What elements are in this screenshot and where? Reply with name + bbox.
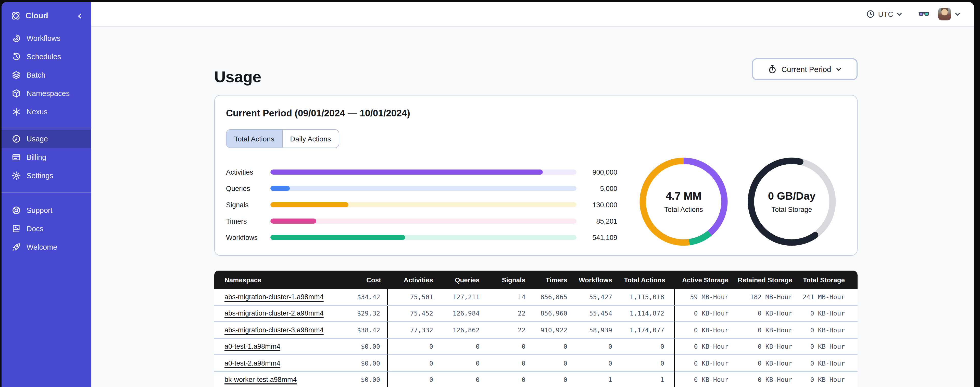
cell-active_storage: 0 KB-Hour [675,305,729,322]
cell-retained_storage: 182 MB-Hour [729,289,792,305]
cell-workflows: 55,427 [567,289,612,305]
bar-value: 5,000 [576,185,617,192]
total-actions-donut: 4.7 MM Total Actions [639,157,729,246]
table-header-row: NamespaceCostActivitiesQueriesSignalsTim… [214,270,858,289]
period-selector-button[interactable]: Current Period [752,58,858,80]
bar-fill [270,235,405,240]
page-title: Usage [214,67,261,87]
namespace-link[interactable]: abs-migration-cluster-2.a98mm4 [224,310,324,317]
feedback-glasses-icon[interactable] [918,10,930,19]
sidebar-item-label: Welcome [27,243,57,251]
cell-signals: 22 [480,305,525,322]
cell-active_storage: 59 MB-Hour [675,289,729,305]
sidebar-collapse-button[interactable] [76,7,83,24]
bar-label: Timers [226,217,270,225]
cell-workflows: 0 [567,355,612,372]
sidebar-item-settings[interactable]: Settings [2,166,91,185]
sidebar-item-label: Schedules [27,53,61,61]
docs-icon [12,224,21,233]
sidebar-item-namespaces[interactable]: Namespaces [2,84,91,102]
clock-icon [866,10,875,18]
bar-fill [270,186,290,191]
sidebar-item-label: Support [27,206,52,214]
temporal-logo-icon [11,11,21,21]
table-row: a0-test-2.a98mm4$0.000000000 KB-Hour0 KB… [214,355,858,372]
bar-track [270,202,576,207]
bar-fill [270,219,316,224]
sidebar-item-nexus[interactable]: Nexus [2,102,91,121]
tab-total-actions[interactable]: Total Actions [226,130,282,147]
sidebar-item-docs[interactable]: Docs [2,219,91,238]
cell-cost: $0.00 [357,339,388,355]
cell-retained_storage: 0 KB-Hour [729,339,792,355]
cell-queries: 126,984 [433,305,480,322]
sidebar-item-support[interactable]: Support [2,201,91,219]
sidebar-item-workflows[interactable]: Workflows [2,29,91,48]
sidebar-nav-main: WorkflowsSchedulesBatchNamespacesNexus [2,29,91,121]
cell-timers: 0 [525,372,567,387]
bar-row-activities: Activities900,000 [226,164,617,180]
sidebar-item-schedules[interactable]: Schedules [2,48,91,66]
cell-total_actions: 1,115,018 [612,289,675,305]
sidebar: Cloud WorkflowsSchedulesBatchNamespacesN… [2,2,91,387]
sidebar-item-usage[interactable]: Usage [2,130,91,148]
namespace-link[interactable]: abs-migration-cluster-1.a98mm4 [224,293,324,301]
cell-queries: 0 [433,372,480,387]
chevron-down-icon [896,11,902,17]
cell-namespace: abs-migration-cluster-1.a98mm4 [214,289,357,305]
namespace-link[interactable]: bk-worker-test.a98mm4 [224,376,297,384]
sidebar-divider [2,192,91,192]
settings-icon [12,171,21,180]
column-header-workflows: Workflows [567,270,612,289]
cell-active_storage: 0 KB-Hour [675,322,729,339]
cell-cost: $38.42 [357,322,388,339]
cell-total_storage: 241 MB-Hour [792,289,858,305]
cell-retained_storage: 0 KB-Hour [729,372,792,387]
schedules-icon [12,52,21,61]
period-button-label: Current Period [781,65,831,74]
cell-workflows: 55,454 [567,305,612,322]
current-period-card: Current Period (09/01/2024 — 10/01/2024)… [214,95,858,256]
batch-icon [12,70,21,80]
sidebar-nav-help: SupportDocsWelcome [2,201,91,256]
bar-value: 900,000 [576,168,617,176]
sidebar-item-billing[interactable]: Billing [2,148,91,166]
cell-workflows: 58,939 [567,322,612,339]
timezone-selector[interactable]: UTC [866,10,902,18]
total-actions-value: 4.7 MM [666,190,702,202]
cell-active_storage: 0 KB-Hour [675,339,729,355]
cell-queries: 0 [433,339,480,355]
main-content: Usage Current Period Current Period (09/… [91,27,974,387]
cell-total_actions: 1,174,077 [612,322,675,339]
cell-namespace: abs-migration-cluster-2.a98mm4 [214,305,357,322]
bar-row-signals: Signals130,000 [226,197,617,213]
cell-activities: 0 [388,355,433,372]
card-title: Current Period (09/01/2024 — 10/01/2024) [226,108,410,119]
cell-namespace: bk-worker-test.a98mm4 [214,372,357,387]
cell-activities: 77,332 [388,322,433,339]
cell-workflows: 1 [567,372,612,387]
sidebar-divider [2,128,91,128]
actions-tab-group: Total ActionsDaily Actions [226,129,339,148]
table-row: abs-migration-cluster-3.a98mm4$38.4277,3… [214,322,858,339]
cell-queries: 0 [433,355,480,372]
tab-daily-actions[interactable]: Daily Actions [282,130,339,147]
namespace-link[interactable]: a0-test-1.a98mm4 [224,343,280,350]
table-row: bk-worker-test.a98mm4$0.000000110 KB-Hou… [214,372,858,387]
namespace-link[interactable]: abs-migration-cluster-3.a98mm4 [224,326,324,334]
sidebar-item-batch[interactable]: Batch [2,66,91,84]
sidebar-item-welcome[interactable]: Welcome [2,238,91,256]
chevron-down-icon[interactable] [955,11,961,17]
cell-activities: 75,501 [388,289,433,305]
avatar[interactable] [938,8,951,21]
brand-row: Cloud [2,7,91,24]
cell-cost: $0.00 [357,372,388,387]
cell-active_storage: 0 KB-Hour [675,355,729,372]
cell-workflows: 0 [567,339,612,355]
bar-track [270,186,576,191]
app-window: Cloud WorkflowsSchedulesBatchNamespacesN… [2,2,974,387]
namespace-link[interactable]: a0-test-2.a98mm4 [224,360,280,367]
cell-timers: 0 [525,339,567,355]
bar-value: 541,109 [576,233,617,241]
welcome-icon [12,243,21,252]
